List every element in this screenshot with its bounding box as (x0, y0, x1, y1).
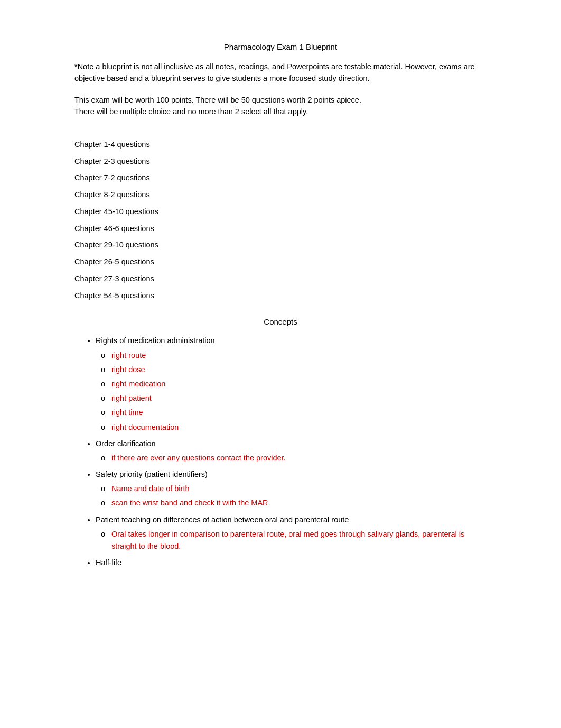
chapter-list: Chapter 1-4 questionsChapter 2-3 questio… (74, 139, 487, 302)
note-paragraph: *Note a blueprint is not all inclusive a… (74, 61, 487, 85)
sub-item-text: Oral takes longer in comparison to paren… (111, 530, 464, 550)
exam-info-block: This exam will be worth 100 points. Ther… (74, 94, 487, 118)
chapter-item: Chapter 7-2 questions (74, 172, 487, 184)
sub-item-text: if there are ever any questions contact … (111, 454, 286, 462)
bullet-label: Half-life (96, 558, 121, 567)
sub-item-text: right patient (111, 394, 152, 402)
sub-item: right dose (111, 364, 487, 376)
chapter-item: Chapter 29-10 questions (74, 239, 487, 251)
sub-item: Name and date of birth (111, 483, 487, 495)
sub-list: Name and date of birthscan the wrist ban… (96, 483, 487, 509)
chapter-item: Chapter 2-3 questions (74, 156, 487, 168)
sub-item-text: Name and date of birth (111, 484, 190, 493)
exam-info-line2: There will be multiple choice and no mor… (74, 106, 487, 117)
sub-item: right time (111, 407, 487, 419)
chapter-item: Chapter 26-5 questions (74, 256, 487, 268)
chapter-item: Chapter 1-4 questions (74, 139, 487, 151)
chapter-item: Chapter 54-5 questions (74, 290, 487, 302)
chapter-item: Chapter 8-2 questions (74, 189, 487, 201)
bullet-label: Order clarification (96, 439, 156, 448)
sub-item: scan the wrist band and check it with th… (111, 497, 487, 509)
sub-item: Oral takes longer in comparison to paren… (111, 528, 487, 552)
page-container: Pharmacology Exam 1 Blueprint *Note a bl… (43, 0, 518, 615)
bullet-label: Patient teaching on differences of actio… (96, 515, 349, 524)
chapter-item: Chapter 46-6 questions (74, 223, 487, 235)
exam-info-line1: This exam will be worth 100 points. Ther… (74, 94, 487, 106)
sub-list: if there are ever any questions contact … (96, 452, 487, 464)
chapter-item: Chapter 27-3 questions (74, 273, 487, 285)
concepts-list: Rights of medication administrationright… (74, 335, 487, 569)
sub-item: right documentation (111, 421, 487, 434)
sub-item-text: right route (111, 351, 146, 360)
bullet-item: Order clarificationif there are ever any… (96, 438, 487, 464)
concepts-title: Concepts (74, 317, 487, 326)
bullet-item: Patient teaching on differences of actio… (96, 514, 487, 553)
sub-item-text: right dose (111, 365, 145, 374)
sub-item-text: right medication (111, 380, 165, 388)
bullet-item: Rights of medication administrationright… (96, 335, 487, 433)
sub-item: right route (111, 349, 487, 362)
chapter-item: Chapter 45-10 questions (74, 206, 487, 218)
bullet-label: Safety priority (patient identifiers) (96, 470, 208, 478)
sub-item-text: right documentation (111, 423, 179, 431)
sub-item-text: scan the wrist band and check it with th… (111, 499, 268, 507)
bullet-item: Safety priority (patient identifiers)Nam… (96, 468, 487, 510)
sub-list: right routeright doseright medicationrig… (96, 349, 487, 434)
bullet-item: Half-life (96, 557, 487, 569)
sub-item: right patient (111, 392, 487, 404)
sub-list: Oral takes longer in comparison to paren… (96, 528, 487, 552)
sub-item-text: right time (111, 408, 143, 417)
sub-item: if there are ever any questions contact … (111, 452, 487, 464)
bullet-label: Rights of medication administration (96, 336, 215, 345)
sub-item: right medication (111, 378, 487, 390)
page-title: Pharmacology Exam 1 Blueprint (74, 42, 487, 51)
